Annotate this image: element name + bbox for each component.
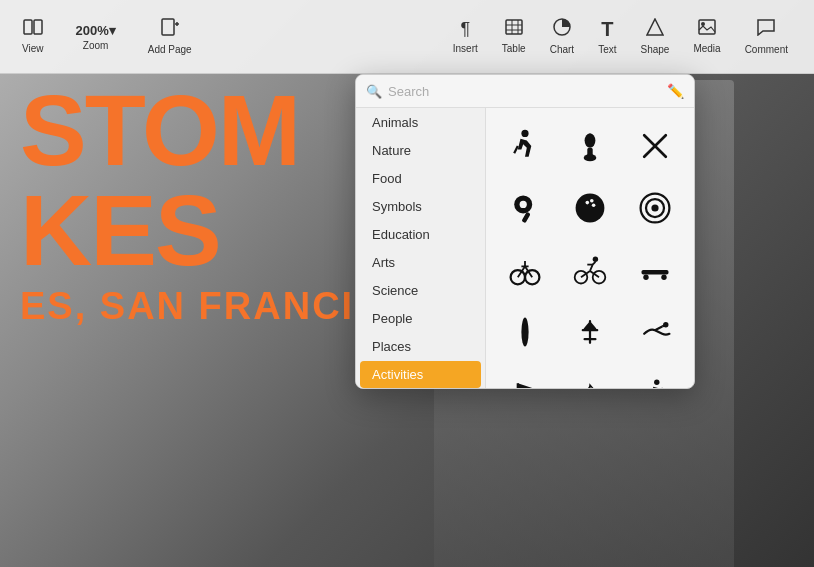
insert-button[interactable]: ¶ Insert <box>443 15 488 58</box>
svg-marker-11 <box>647 19 663 35</box>
chart-icon <box>553 18 571 41</box>
shape-icon <box>646 18 664 41</box>
icon-surfboard[interactable] <box>494 302 557 362</box>
icon-hiking[interactable] <box>623 364 686 388</box>
insert-label: Insert <box>453 43 478 54</box>
add-page-icon <box>160 18 180 41</box>
comment-label: Comment <box>745 44 788 55</box>
category-item-nature[interactable]: Nature <box>360 137 481 164</box>
add-page-button[interactable]: Add Page <box>142 14 198 59</box>
search-input[interactable] <box>388 84 661 99</box>
text-button[interactable]: T Text <box>588 14 626 59</box>
svg-point-19 <box>587 133 592 138</box>
icons-grid <box>486 108 694 388</box>
shape-label: Shape <box>640 44 669 55</box>
icon-crossed[interactable] <box>623 116 686 176</box>
svg-rect-37 <box>641 270 668 275</box>
category-item-people[interactable]: People <box>360 305 481 332</box>
icon-skateboard[interactable] <box>623 240 686 300</box>
icon-bicycle[interactable] <box>494 240 557 300</box>
search-icon: 🔍 <box>366 84 382 99</box>
media-label: Media <box>693 43 720 54</box>
view-label: View <box>22 43 44 54</box>
icon-ping-pong[interactable] <box>494 178 557 238</box>
media-button[interactable]: Media <box>683 15 730 58</box>
view-button[interactable]: View <box>16 15 50 58</box>
icon-airplane-small[interactable] <box>559 302 622 362</box>
icon-bowling-ball[interactable] <box>559 178 622 238</box>
category-item-places[interactable]: Places <box>360 333 481 360</box>
category-list: AnimalsNatureFoodSymbolsEducationArtsSci… <box>356 108 486 388</box>
comment-button[interactable]: Comment <box>735 15 798 59</box>
svg-point-38 <box>643 275 648 280</box>
svg-rect-0 <box>24 20 32 34</box>
category-item-science[interactable]: Science <box>360 277 481 304</box>
svg-line-15 <box>515 146 519 153</box>
insert-icon: ¶ <box>460 19 470 40</box>
category-item-arts[interactable]: Arts <box>360 249 481 276</box>
svg-point-27 <box>590 199 594 203</box>
media-icon <box>698 19 716 40</box>
text-icon: T <box>601 18 613 41</box>
svg-point-40 <box>522 318 529 347</box>
svg-rect-5 <box>506 20 522 34</box>
icon-bowling-pin[interactable] <box>559 116 622 176</box>
zoom-value: 200%▾ <box>76 23 116 38</box>
svg-rect-17 <box>587 148 592 159</box>
svg-rect-2 <box>162 19 174 35</box>
svg-point-24 <box>520 201 527 208</box>
chart-label: Chart <box>550 44 574 55</box>
svg-point-31 <box>651 204 658 211</box>
category-item-animals[interactable]: Animals <box>360 109 481 136</box>
chart-button[interactable]: Chart <box>540 14 584 59</box>
table-label: Table <box>502 43 526 54</box>
popup-search-bar: 🔍 ✏️ <box>356 75 694 108</box>
category-item-food[interactable]: Food <box>360 165 481 192</box>
category-item-activities[interactable]: Activities <box>360 361 481 388</box>
icon-flag[interactable] <box>494 364 557 388</box>
svg-point-14 <box>522 130 529 137</box>
toolbar: View 200%▾ Zoom Add Page ¶ Insert <box>0 0 814 74</box>
icon-target[interactable] <box>623 178 686 238</box>
svg-rect-1 <box>34 20 42 34</box>
shape-picker-popup: 🔍 ✏️ AnimalsNatureFoodSymbolsEducationAr… <box>355 74 695 389</box>
table-icon <box>505 19 523 40</box>
svg-point-39 <box>661 275 666 280</box>
add-page-label: Add Page <box>148 44 192 55</box>
category-item-symbols[interactable]: Symbols <box>360 193 481 220</box>
svg-point-26 <box>585 201 589 205</box>
zoom-label: Zoom <box>83 40 109 51</box>
svg-point-28 <box>592 204 596 208</box>
svg-point-36 <box>593 271 606 284</box>
svg-point-35 <box>575 271 588 284</box>
svg-point-33 <box>525 270 539 284</box>
zoom-button[interactable]: 200%▾ Zoom <box>70 19 122 55</box>
icon-swimming[interactable] <box>623 302 686 362</box>
svg-point-43 <box>654 380 659 385</box>
toolbar-right: ¶ Insert Table Chart <box>443 14 798 59</box>
icon-running[interactable] <box>494 116 557 176</box>
toolbar-left: View 200%▾ Zoom Add Page <box>16 14 198 59</box>
svg-point-25 <box>576 194 605 223</box>
icon-sailboat[interactable] <box>559 364 622 388</box>
svg-point-34 <box>593 257 598 262</box>
comment-icon <box>757 19 775 41</box>
table-button[interactable]: Table <box>492 15 536 58</box>
svg-point-32 <box>511 270 525 284</box>
category-item-education[interactable]: Education <box>360 221 481 248</box>
pencil-icon[interactable]: ✏️ <box>667 83 684 99</box>
shape-button[interactable]: Shape <box>630 14 679 59</box>
icon-cycling-figure[interactable] <box>559 240 622 300</box>
popup-body: AnimalsNatureFoodSymbolsEducationArtsSci… <box>356 108 694 388</box>
view-icon <box>23 19 43 40</box>
text-label: Text <box>598 44 616 55</box>
